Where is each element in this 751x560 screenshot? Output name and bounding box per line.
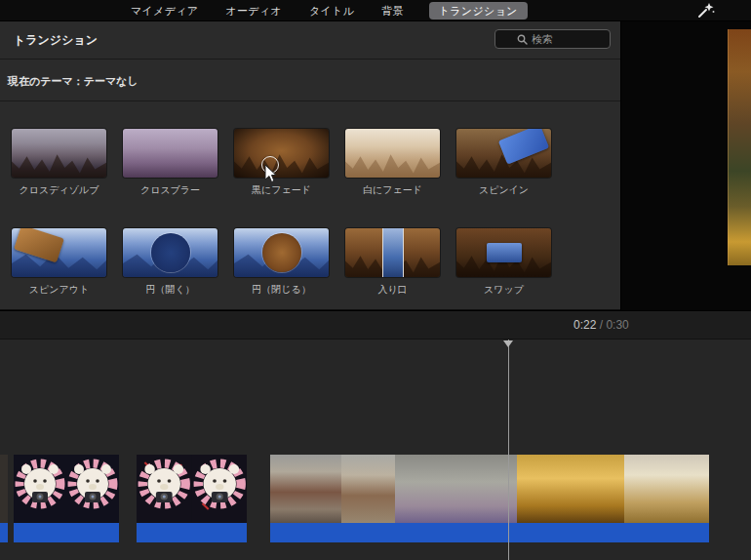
panel-header: トランジション (0, 21, 620, 60)
magic-wand-icon[interactable] (696, 2, 716, 20)
transition-item-fade-to-white[interactable]: 白にフェード (345, 129, 440, 197)
transition-item-cross-blur[interactable]: クロスブラー (123, 129, 217, 197)
transition-label: 円（開く） (123, 283, 217, 297)
search-field[interactable] (494, 29, 611, 49)
transitions-panel: トランジション 現在のテーマ：テーマなし クロスディゾルブ (0, 21, 620, 310)
clip-bear-2[interactable] (137, 455, 247, 542)
tab-titles[interactable]: タイトル (307, 2, 356, 20)
transition-item-fade-to-black[interactable]: 黒にフェード (234, 129, 329, 197)
playhead[interactable] (508, 340, 509, 560)
spin-card-art (498, 129, 549, 165)
circle-art (151, 233, 190, 272)
transition-thumbnail[interactable] (234, 129, 329, 178)
transition-label: 入り口 (345, 283, 440, 297)
mouse-cursor-icon (264, 165, 278, 188)
tab-audio[interactable]: オーディオ (223, 2, 284, 20)
doorway-art (382, 228, 404, 277)
tab-backgrounds[interactable]: 背景 (379, 2, 406, 20)
viewer-frame-edge (728, 29, 751, 265)
transition-thumbnail[interactable] (345, 228, 440, 277)
transition-item-doorway[interactable]: 入り口 (345, 228, 440, 297)
clip-blue-bar (0, 523, 8, 542)
transition-thumbnail[interactable] (456, 228, 551, 277)
bear-art (66, 455, 119, 523)
swap-art (487, 243, 522, 262)
transition-label: 黒にフェード (234, 183, 329, 197)
clip-thumbnail (14, 455, 119, 523)
timecode-display: 0:22 / 0:30 (573, 318, 629, 332)
imovie-window: マイメディア オーディオ タイトル 背景 トランジション トランジション (0, 0, 751, 560)
clip-thumbnail (0, 455, 8, 523)
current-time: 0:22 (573, 318, 596, 332)
main-area: トランジション 現在のテーマ：テーマなし クロスディゾルブ (0, 21, 751, 310)
clip-thumbnail (270, 455, 709, 523)
frame-building (270, 455, 341, 523)
clip-blue-bar (270, 523, 709, 542)
transition-label: クロスブラー (123, 183, 217, 197)
transitions-grid: クロスディゾルブ クロスブラー 黒にフェード 白にフェード (0, 101, 620, 297)
frame-altar-gold (517, 455, 624, 523)
search-input[interactable] (532, 33, 588, 45)
transition-item-circle-open[interactable]: 円（開く） (123, 228, 217, 297)
transition-item-spin-out[interactable]: スピンアウト (12, 228, 106, 297)
clip-blue-bar (137, 523, 247, 542)
playhead-handle-icon[interactable] (503, 340, 513, 347)
bear-art (137, 455, 192, 523)
timeline[interactable] (0, 340, 751, 560)
panel-title: トランジション (14, 32, 98, 49)
transition-label: スピンイン (456, 183, 551, 197)
clip-edge-fragment[interactable] (0, 455, 8, 542)
transition-thumbnail[interactable] (456, 129, 551, 178)
transition-thumbnail[interactable] (12, 228, 106, 277)
total-duration: 0:30 (606, 318, 628, 332)
clip-blue-bar (14, 523, 119, 542)
transition-label: スワップ (456, 283, 551, 297)
clip-travel-video[interactable] (270, 455, 709, 542)
transition-thumbnail[interactable] (234, 228, 329, 277)
timeline-ruler[interactable]: 0:22 / 0:30 (0, 310, 751, 340)
transition-label: スピンアウト (12, 283, 106, 297)
tab-transitions[interactable]: トランジション (429, 2, 528, 20)
transition-label: 円（閉じる） (234, 283, 329, 297)
theme-row: 現在のテーマ：テーマなし (0, 60, 620, 101)
preview-viewer (620, 21, 751, 310)
transition-thumbnail[interactable] (345, 129, 440, 178)
transition-item-spin-in[interactable]: スピンイン (456, 129, 551, 197)
tab-bar: マイメディア オーディオ タイトル 背景 トランジション (0, 0, 751, 21)
clip-thumbnail (137, 455, 247, 523)
transition-label: クロスディゾルブ (12, 183, 106, 197)
frame-building-2 (341, 455, 395, 523)
transition-item-circle-close[interactable]: 円（閉じる） (234, 228, 329, 297)
transition-item-swap[interactable]: スワップ (456, 228, 551, 297)
transition-label: 白にフェード (345, 183, 440, 197)
current-theme-label: 現在のテーマ：テーマなし (8, 74, 138, 89)
transition-thumbnail[interactable] (12, 129, 106, 178)
tab-my-media[interactable]: マイメディア (129, 2, 200, 20)
bear-art (192, 455, 248, 523)
forest-art (345, 145, 440, 178)
bear-art (14, 455, 66, 523)
time-separator: / (596, 318, 606, 332)
transition-item-cross-dissolve[interactable]: クロスディゾルブ (12, 129, 106, 197)
circle-art (262, 233, 301, 272)
transition-thumbnail[interactable] (123, 129, 217, 178)
frame-archway (395, 455, 517, 523)
frame-altar-white (624, 455, 709, 523)
forest-art (234, 145, 329, 178)
transition-thumbnail[interactable] (123, 228, 217, 277)
clip-bear-1[interactable] (14, 455, 119, 542)
forest-art (12, 145, 106, 178)
search-icon (517, 34, 528, 45)
